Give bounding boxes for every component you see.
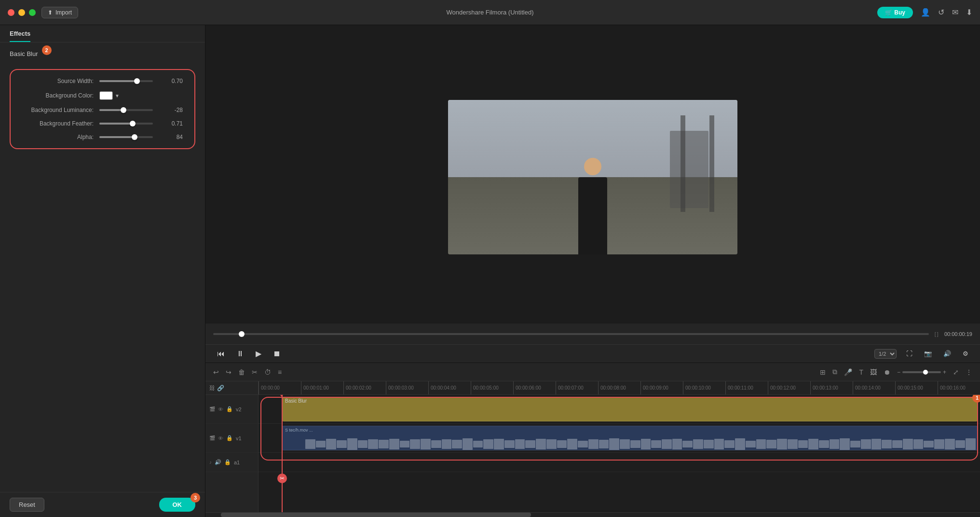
profile-icon[interactable]: 👤 [921, 8, 930, 17]
v1-label: v1 [236, 435, 242, 441]
play-button[interactable]: ▶ [254, 347, 263, 360]
badge-3: 3 [191, 493, 200, 503]
undo-icon[interactable]: ↩ [213, 368, 219, 376]
source-width-value: 0.70 [159, 78, 183, 84]
volume-icon[interactable]: 🔊 [941, 348, 953, 359]
ruler-mark-13: 00:00:13:00 [810, 381, 853, 394]
unlink-icon[interactable]: 🔗 [217, 385, 224, 391]
ruler-mark-14: 00:00:14:00 [853, 381, 895, 394]
camera-icon[interactable]: 📷 [922, 348, 934, 359]
record-icon[interactable]: ⏺ [884, 368, 890, 376]
timeline-scrollbar[interactable] [205, 512, 980, 517]
color-swatch[interactable] [99, 91, 113, 100]
ruler-mark-4: 00:00:04:00 [428, 381, 471, 394]
playhead[interactable]: ✂ [282, 395, 283, 512]
ruler-mark-9: 00:00:09:00 [640, 381, 683, 394]
effect-name: Basic Blur [10, 50, 38, 57]
minimize-button[interactable] [18, 9, 25, 16]
timeline-toolbar: ↩ ↪ 🗑 ✂ ⏱ ≡ ⊞ ⧉ 🎤 T 🖼 ⏺ − [205, 363, 980, 381]
right-panel: [ ] 00:00:00:19 ⏮ ⏸ ▶ ⏹ 1/2 ⛶ 📷 🔊 ⚙ ↩ ↪ [205, 25, 980, 517]
redo-icon[interactable]: ↪ [226, 368, 231, 376]
grid-icon[interactable]: ⊞ [820, 368, 826, 376]
timeline-area: ↩ ↪ 🗑 ✂ ⏱ ≡ ⊞ ⧉ 🎤 T 🖼 ⏺ − [205, 363, 980, 517]
scrollbar-thumb[interactable] [221, 513, 531, 517]
alpha-label: Alpha: [22, 134, 99, 140]
badge-2: 2 [42, 45, 52, 55]
delete-icon[interactable]: 🗑 [238, 368, 245, 376]
alpha-slider[interactable] [99, 136, 153, 138]
history-icon[interactable]: ⏱ [264, 368, 271, 376]
a1-lock-icon[interactable]: 🔒 [224, 459, 231, 465]
a1-volume-icon[interactable]: 🔊 [215, 459, 221, 465]
a1-label: a1 [234, 460, 240, 465]
background-feather-slider[interactable] [99, 123, 153, 125]
buy-button[interactable]: 🛒 Buy [877, 7, 913, 18]
clip-video-label: S tec/h.mov ... [282, 427, 316, 433]
import-icon: ⬆ [48, 9, 53, 16]
ok-button[interactable]: OK [159, 498, 196, 512]
background-luminance-row: Background Luminance: -28 [22, 107, 183, 113]
layers-icon[interactable]: ⧉ [832, 368, 837, 376]
settings-icon[interactable]: ⚙ [961, 348, 970, 359]
preview-video [448, 100, 737, 254]
chevron-down-icon[interactable]: ▼ [115, 93, 120, 98]
color-picker[interactable]: ▼ [99, 91, 120, 100]
ruler-mark-2: 00:00:02:00 [343, 381, 386, 394]
waveform [305, 438, 976, 450]
track-controls-header: ⛓ 🔗 [205, 381, 259, 395]
ruler-marks: 00:00:00 00:00:01:00 00:00:02:00 00:00:0… [259, 381, 980, 394]
mail-icon[interactable]: ✉ [952, 8, 958, 17]
maximize-button[interactable] [29, 9, 36, 16]
photo-icon[interactable]: 🖼 [870, 368, 877, 376]
source-width-slider[interactable] [99, 80, 153, 82]
download-icon[interactable]: ⬇ [966, 8, 972, 17]
time-display: 00:00:00:19 [944, 331, 972, 337]
background-feather-row: Background Feather: 0.71 [22, 120, 183, 127]
effects-tab-label[interactable]: Effects [10, 30, 30, 42]
background-color-label: Background Color: [22, 92, 99, 99]
ruler-mark-15: 00:00:15:00 [895, 381, 938, 394]
params-box: Source Width: 0.70 Background Color: ▼ [10, 69, 195, 149]
titlebar: ⬆ Import Wondershare Filmora (Untitled) … [0, 0, 980, 25]
track-label-v2: 🎬 👁 🔒 v2 [205, 395, 258, 424]
background-luminance-slider[interactable] [99, 109, 153, 111]
play-pause-button[interactable]: ⏸ [234, 348, 246, 360]
transport-controls: ⏮ ⏸ ▶ ⏹ 1/2 ⛶ 📷 🔊 ⚙ [205, 344, 980, 363]
import-button[interactable]: ⬆ Import [41, 7, 78, 18]
ruler-mark-3: 00:00:03:00 [386, 381, 428, 394]
v2-lock-icon[interactable]: 🔒 [226, 406, 233, 412]
track-header: ⛓ 🔗 00:00:00 00:00:01:00 00:00:02:00 00:… [205, 381, 980, 395]
step-back-button[interactable]: ⏮ [215, 348, 227, 360]
zoom-slider[interactable] [902, 371, 941, 373]
preview-bg [448, 100, 737, 254]
fit-icon[interactable]: ⤢ [953, 368, 959, 376]
stop-button[interactable]: ⏹ [271, 348, 283, 360]
fullscreen-icon[interactable]: ⛶ [904, 348, 914, 359]
v2-label: v2 [236, 406, 242, 412]
refresh-icon[interactable]: ↺ [938, 8, 944, 17]
titlebar-right: 🛒 Buy 👤 ↺ ✉ ⬇ [877, 7, 972, 18]
text-icon[interactable]: T [859, 368, 863, 376]
progress-bar[interactable] [213, 333, 929, 335]
ruler-mark-8: 00:00:08:00 [598, 381, 640, 394]
a1-audio-icon: ♪ [209, 460, 212, 465]
v2-video-icon: 🎬 [209, 406, 215, 412]
cut-icon[interactable]: ✂ [252, 368, 258, 376]
track-a1-content [259, 453, 980, 472]
zoom-in-icon[interactable]: + [943, 369, 946, 376]
mic-icon[interactable]: 🎤 [844, 368, 852, 376]
close-button[interactable] [8, 9, 14, 16]
clip-video[interactable]: S tec/h.mov ... [282, 426, 978, 450]
more-icon[interactable]: ⋮ [966, 368, 972, 376]
bracket-left-icon: [ [935, 331, 936, 337]
v2-eye-icon[interactable]: 👁 [218, 406, 223, 412]
v1-eye-icon[interactable]: 👁 [218, 435, 223, 441]
reset-button[interactable]: Reset [10, 498, 44, 512]
clip-basic-blur[interactable]: Basic Blur [282, 397, 978, 421]
v1-lock-icon[interactable]: 🔒 [226, 435, 233, 441]
link-icon[interactable]: ⛓ [209, 385, 215, 391]
zoom-out-icon[interactable]: − [897, 369, 900, 376]
ruler-mark-12: 00:00:12:00 [768, 381, 810, 394]
quality-select[interactable]: 1/2 [874, 349, 897, 359]
list-icon[interactable]: ≡ [278, 368, 282, 376]
